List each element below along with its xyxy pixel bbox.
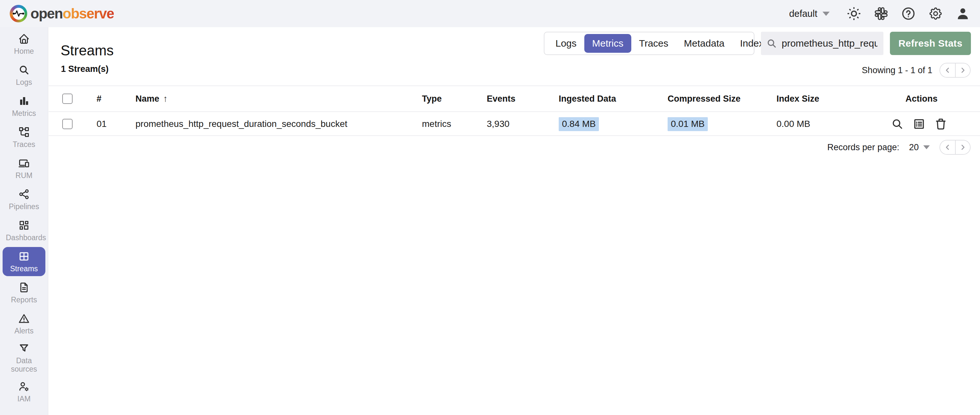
search-icon [18,64,30,76]
topbar: openobserve default [0,0,980,27]
sidebar-item-pipelines[interactable]: Pipelines [0,184,48,215]
sidebar-item-streams[interactable]: Streams [3,247,45,276]
slack-icon [874,6,889,21]
user-gear-icon [18,381,30,392]
chevron-right-icon [959,66,967,74]
help-button[interactable] [901,6,916,21]
row-checkbox[interactable] [62,119,73,129]
chevron-left-icon [943,143,952,152]
chevron-right-icon [959,143,967,152]
showing-range: Showing 1 - 1 of 1 [862,65,932,75]
pager-bottom [940,140,970,155]
sidebar-item-label: Streams [10,265,38,273]
tab-metadata[interactable]: Metadata [676,34,732,53]
pager-top [940,63,970,78]
stream-compressed-size: 0.01 MB [668,117,708,131]
stream-name: prometheus_http_request_duration_seconds… [135,119,347,129]
sidebar-item-home[interactable]: Home [0,29,48,60]
topbar-actions: default [789,6,970,21]
stream-ingested-data: 0.84 MB [559,117,599,131]
records-per-page-select[interactable]: 20 [909,143,930,152]
refresh-stats-button[interactable]: Refresh Stats [890,32,971,55]
sidebar-item-traces[interactable]: Traces [0,122,48,153]
home-icon [18,33,30,45]
next-page-button[interactable] [955,141,970,154]
sidebar-item-reports[interactable]: Reports [0,277,48,308]
dashboard-icon [18,220,30,231]
devices-icon [18,157,30,169]
chevron-down-icon [822,12,830,16]
records-per-page-value: 20 [909,143,919,152]
pagination-top: Showing 1 - 1 of 1 [862,63,970,78]
delete-stream-button[interactable] [934,117,948,131]
sidebar-item-label: Pipelines [9,202,39,211]
profile-button[interactable] [955,6,970,21]
stream-index-size: 0.00 MB [776,119,810,129]
sidebar-item-rum[interactable]: RUM [0,153,48,184]
organization-selector[interactable]: default [789,8,830,19]
stream-type: metrics [422,119,451,129]
slack-button[interactable] [874,6,889,21]
stream-search[interactable] [761,32,883,55]
sidebar-item-dashboards[interactable]: Dashboards [0,215,48,246]
report-file-icon [18,282,30,293]
explore-stream-button[interactable] [891,117,904,131]
table-header-row: # Name ↑ Type Events Ingested Data Compr… [49,86,980,112]
stream-type-tabs: Logs Metrics Traces Metadata Index [544,32,754,55]
header-index: # [97,94,102,104]
pagination-bottom: Records per page: 20 [827,140,970,155]
sidebar-item-logs[interactable]: Logs [0,60,48,91]
sidebar: Home Logs Metrics Traces RUM Pipeline [0,27,48,415]
sidebar-item-data-sources[interactable]: Data sources [0,339,48,376]
header-actions: Actions [905,94,937,104]
sidebar-item-label: Metrics [12,109,36,117]
tab-logs[interactable]: Logs [548,34,584,53]
sidebar-item-alerts[interactable]: Alerts [0,308,48,339]
sidebar-item-label: Traces [13,140,35,149]
filter-funnel-icon [18,342,30,354]
sort-asc-icon: ↑ [163,93,168,104]
stream-count: 1 Stream(s) [61,64,108,74]
prev-page-button[interactable] [940,63,955,77]
sidebar-item-label: Logs [16,78,32,86]
header-name[interactable]: Name ↑ [135,93,168,104]
records-per-page-label: Records per page: [827,143,899,152]
sidebar-item-label: Dashboards [6,233,42,242]
page-title: Streams [60,43,114,59]
share-icon [18,188,30,200]
prev-page-button[interactable] [940,141,955,154]
row-index: 01 [97,119,107,129]
settings-button[interactable] [928,6,943,21]
openobserve-logo: openobserve [10,5,114,22]
select-all-checkbox[interactable] [62,93,73,104]
header-ingested-data: Ingested Data [559,94,616,104]
list-details-icon [912,117,926,131]
gear-icon [928,6,943,21]
tab-metrics[interactable]: Metrics [584,34,631,53]
next-page-button[interactable] [955,63,970,77]
sidebar-item-label: IAM [18,394,31,403]
sidebar-item-label: Home [14,47,34,55]
table-row: 01 prometheus_http_request_duration_seco… [49,112,980,136]
sidebar-item-label: Alerts [14,326,34,335]
trace-tree-icon [18,126,30,138]
sidebar-item-iam[interactable]: IAM [0,376,48,407]
search-input[interactable] [781,38,878,49]
sun-icon [846,6,861,21]
sidebar-item-label: RUM [16,171,32,180]
brand-open: open [30,5,62,21]
trash-icon [934,117,948,131]
tab-traces[interactable]: Traces [631,34,676,53]
organization-value: default [789,8,817,19]
stream-events: 3,930 [487,119,509,129]
theme-toggle-button[interactable] [846,6,861,21]
header-events: Events [487,94,515,104]
sidebar-item-label: Data sources [6,356,42,373]
sidebar-item-metrics[interactable]: Metrics [0,91,48,122]
help-circle-icon [901,6,916,21]
chevron-left-icon [943,66,952,74]
header-type: Type [422,94,442,104]
header-compressed-size: Compressed Size [668,94,740,104]
stream-details-button[interactable] [912,117,926,131]
streams-table-icon [18,250,30,262]
